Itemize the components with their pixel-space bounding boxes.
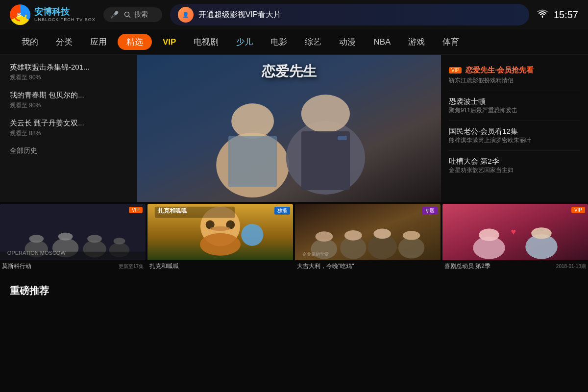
svg-point-30 bbox=[241, 224, 263, 246]
svg-point-15 bbox=[29, 235, 44, 243]
header: B 安博科技 UNBLOCK TECH TV BOX 🎤 搜索 👤 开通超级影视… bbox=[0, 0, 588, 29]
logo-icon: B bbox=[10, 4, 30, 25]
thumb-label-2: 大吉大利，今晚"吃鸡" bbox=[295, 260, 441, 270]
nav-games[interactable]: 游戏 bbox=[401, 33, 432, 50]
thumb-2[interactable]: 独播 bbox=[147, 204, 293, 276]
nav-variety[interactable]: 综艺 bbox=[298, 33, 328, 50]
svg-text:B: B bbox=[17, 12, 21, 18]
history-title-3: 关云长 甄子丹姜文双... bbox=[10, 119, 127, 128]
vip-avatar-icon: 👤 bbox=[178, 7, 194, 23]
vip-badge-0: VIP bbox=[449, 67, 462, 74]
svg-text:OPERATION MOSCOW: OPERATION MOSCOW bbox=[7, 250, 66, 256]
featured-drama-title: 恋爱先生 bbox=[262, 62, 317, 81]
history-item-1[interactable]: 英雄联盟击杀集锦-201... 观看至 90% bbox=[10, 63, 127, 82]
logo-area: B 安博科技 UNBLOCK TECH TV BOX bbox=[10, 4, 96, 25]
svg-point-42 bbox=[403, 231, 420, 240]
svg-text:♥: ♥ bbox=[511, 227, 516, 237]
svg-point-19 bbox=[87, 235, 102, 243]
search-bar[interactable]: 🎤 搜索 bbox=[103, 7, 162, 22]
thumb-label-1: 扎克和呱呱 bbox=[147, 260, 293, 270]
thumb-label-0: 莫斯科行动 更新至17集 bbox=[0, 260, 146, 270]
side-subtitle-0: 靳东江疏影假扮戏精情侣 bbox=[449, 76, 580, 85]
section-title: 重磅推荐 bbox=[0, 276, 588, 302]
nav-category[interactable]: 分类 bbox=[49, 33, 79, 50]
wifi-icon bbox=[537, 9, 548, 21]
side-subtitle-3: 金星劝张歆艺回家当主妇 bbox=[449, 166, 580, 174]
history-item-3[interactable]: 关云长 甄子丹姜文双... 观看至 88% bbox=[10, 119, 127, 138]
side-item-1[interactable]: 恐袭波士顿 聚焦911后最严重恐怖袭击 bbox=[449, 91, 580, 121]
side-title-1: 恐袭波士顿 bbox=[449, 97, 580, 106]
thumb-badge-3: VIP bbox=[571, 207, 585, 213]
featured-image[interactable]: 恋爱先生 bbox=[137, 55, 441, 202]
svg-point-40 bbox=[373, 229, 391, 239]
history-progress-3: 观看至 88% bbox=[10, 129, 127, 138]
side-item-0[interactable]: VIP 恋爱先生·会员抢先看 靳东江疏影假扮戏精情侣 bbox=[449, 60, 580, 91]
svg-point-2 bbox=[124, 12, 129, 17]
svg-point-10 bbox=[301, 95, 350, 133]
search-label: 搜索 bbox=[134, 10, 148, 19]
svg-point-46 bbox=[479, 229, 499, 241]
side-list: VIP 恋爱先生·会员抢先看 靳东江疏影假扮戏精情侣 恐袭波士顿 聚焦911后最… bbox=[441, 55, 588, 202]
nav-featured[interactable]: 精选 bbox=[118, 34, 152, 50]
thumb-3[interactable]: 专题 企业赢销 bbox=[295, 204, 441, 276]
side-title-0: 恋爱先生·会员抢先看 bbox=[466, 66, 534, 75]
mic-icon: 🎤 bbox=[110, 11, 119, 19]
svg-point-4 bbox=[541, 15, 543, 17]
vip-banner-text: 开通超级影视VIP看大片 bbox=[198, 10, 282, 20]
svg-point-29 bbox=[200, 233, 241, 256]
status-area: 15:57 bbox=[537, 9, 578, 21]
side-subtitle-1: 聚焦911后最严重恐怖袭击 bbox=[449, 106, 580, 115]
side-title-2: 国民老公·会员看12集 bbox=[449, 127, 580, 136]
thumb-label-3: 喜剧总动员 第2季 2018-01-13期 bbox=[442, 260, 588, 270]
svg-line-3 bbox=[128, 16, 130, 18]
thumb-1[interactable]: VIP OPERATION MOSCOW 莫斯科行动 更新至17集 bbox=[0, 204, 146, 276]
navigation: 我的 分类 应用 精选 VIP 电视剧 少儿 电影 综艺 动漫 NBA 游戏 体… bbox=[0, 29, 588, 55]
svg-rect-8 bbox=[228, 136, 277, 187]
svg-point-36 bbox=[316, 231, 333, 242]
clock-display: 15:57 bbox=[554, 9, 578, 21]
svg-point-17 bbox=[58, 233, 73, 241]
history-all-button[interactable]: 全部历史 bbox=[10, 147, 127, 155]
thumb-badge-1: 独播 bbox=[274, 207, 290, 215]
side-item-2[interactable]: 国民老公·会员看12集 熊梓淇李潇芮上演罗密欧朱丽叶 bbox=[449, 121, 580, 151]
svg-point-41 bbox=[398, 237, 424, 259]
history-progress-2: 观看至 90% bbox=[10, 101, 127, 110]
svg-point-28 bbox=[210, 226, 231, 231]
nav-movies[interactable]: 电影 bbox=[264, 33, 294, 50]
svg-point-49 bbox=[531, 227, 552, 239]
search-icon bbox=[123, 11, 131, 19]
svg-point-21 bbox=[114, 238, 125, 245]
thumbnails-row: VIP OPERATION MOSCOW 莫斯科行动 更新至17集 bbox=[0, 202, 588, 276]
side-subtitle-2: 熊梓淇李潇芮上演罗密欧朱丽叶 bbox=[449, 136, 580, 145]
nav-sports[interactable]: 体育 bbox=[436, 33, 466, 50]
history-panel: 英雄联盟击杀集锦-201... 观看至 90% 我的青春期 包贝尔的... 观看… bbox=[0, 55, 137, 202]
side-title-3: 吐槽大会 第2季 bbox=[449, 157, 580, 166]
nav-vip[interactable]: VIP bbox=[156, 34, 183, 50]
nav-nba[interactable]: NBA bbox=[367, 34, 397, 50]
history-title-1: 英雄联盟击杀集锦-201... bbox=[10, 63, 127, 72]
svg-text:扎克和呱呱: 扎克和呱呱 bbox=[158, 207, 188, 214]
side-item-3[interactable]: 吐槽大会 第2季 金星劝张歆艺回家当主妇 bbox=[449, 151, 580, 180]
thumb-badge-0: VIP bbox=[129, 207, 143, 213]
svg-text:企业赢销学堂: 企业赢销学堂 bbox=[302, 252, 329, 257]
svg-rect-12 bbox=[338, 136, 347, 140]
logo-text: 安博科技 UNBLOCK TECH TV BOX bbox=[34, 7, 96, 23]
thumb-badge-2: 专题 bbox=[422, 207, 438, 215]
nav-tv-series[interactable]: 电视剧 bbox=[187, 33, 225, 50]
history-item-2[interactable]: 我的青春期 包贝尔的... 观看至 90% bbox=[10, 91, 127, 110]
nav-apps[interactable]: 应用 bbox=[83, 33, 114, 50]
history-progress-1: 观看至 90% bbox=[10, 74, 127, 82]
nav-kids[interactable]: 少儿 bbox=[229, 33, 260, 50]
history-title-2: 我的青春期 包贝尔的... bbox=[10, 91, 127, 100]
main-content: 英雄联盟击杀集锦-201... 观看至 90% 我的青春期 包贝尔的... 观看… bbox=[0, 55, 588, 202]
thumb-4[interactable]: VIP ♥ bbox=[442, 204, 588, 276]
svg-point-7 bbox=[231, 103, 274, 139]
svg-point-38 bbox=[344, 230, 362, 241]
vip-banner[interactable]: 👤 开通超级影视VIP看大片 bbox=[170, 4, 529, 25]
nav-anime[interactable]: 动漫 bbox=[332, 33, 363, 50]
nav-my[interactable]: 我的 bbox=[15, 33, 45, 50]
